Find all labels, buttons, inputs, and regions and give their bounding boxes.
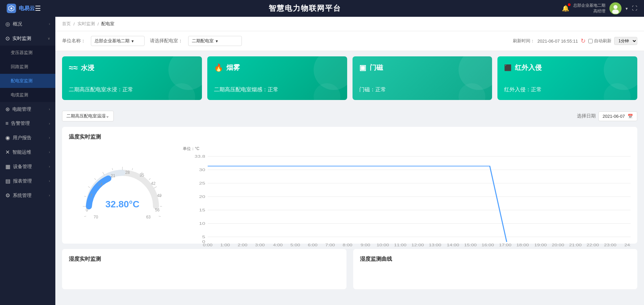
room-select[interactable]: 二期配电室 ▾ (188, 36, 242, 46)
user-name: 高经理 (593, 8, 605, 14)
report-icon: ◉ (5, 135, 10, 141)
logo-text: 电易云 (19, 5, 35, 12)
svg-line-14 (112, 168, 113, 170)
chevron-down-icon: ∨ (48, 37, 50, 40)
svg-text:15: 15 (199, 208, 205, 212)
humidity-realtime-section: 湿度实时监测 (62, 249, 346, 289)
interval-select[interactable]: 1分钟 5分钟 (614, 37, 637, 45)
svg-text:0:00: 0:00 (203, 243, 213, 247)
status-card-water: ≈≈ 水浸 二期高压配电室水浸：正常 (62, 56, 202, 100)
svg-line-10 (84, 196, 86, 197)
sidebar-item-realtime[interactable]: ⊙ 实时监测 ∨ (0, 31, 55, 46)
bell-icon[interactable]: 🔔 (562, 5, 569, 12)
svg-text:19:00: 19:00 (534, 243, 547, 247)
page-title: 智慧电力物联网平台 (48, 3, 562, 13)
svg-point-3 (613, 5, 618, 9)
unit-select[interactable]: 总部企业基地二期 ▾ (91, 36, 145, 46)
svg-text:49: 49 (157, 193, 162, 198)
auto-refresh-label[interactable]: 自动刷新 (588, 38, 611, 44)
card-label-water: 水浸 (81, 63, 94, 72)
room-monitor-select[interactable]: 二期高压配电室温湿⌄ (62, 111, 114, 121)
svg-text:10: 10 (199, 221, 205, 226)
toolbar: 单位名称： 总部企业基地二期 ▾ 请选择配电室： 二期配电室 ▾ 刷新时间： 2… (55, 31, 644, 51)
breadcrumb-home[interactable]: 首页 (62, 21, 71, 27)
date-picker[interactable]: 2021-06-07 📅 (598, 111, 638, 121)
svg-text:12:00: 12:00 (412, 243, 424, 247)
sidebar-item-table-mgmt[interactable]: ▤ 报表管理 › (0, 174, 55, 188)
sidebar-item-alarm[interactable]: ≡ 告警管理 › (0, 116, 55, 131)
svg-text:63: 63 (146, 215, 151, 219)
date-label: 选择日期 (577, 113, 596, 119)
top-bar: 电易云 ☰ 智慧电力物联网平台 🔔 总部企业基地二期 高经理 ▾ ⛶ (0, 0, 644, 17)
sidebar-item-label: 智能运维 (12, 149, 46, 155)
sidebar-item-distribution[interactable]: 配电室监测 (0, 74, 55, 88)
sidebar-item-smart-ops[interactable]: ✕ 智能运维 › (0, 145, 55, 159)
card-status-water: 二期高压配电室水浸：正常 (69, 86, 195, 93)
chart-unit: 单位：°C (183, 146, 631, 152)
svg-text:0: 0 (86, 208, 88, 212)
svg-line-19 (154, 187, 157, 188)
svg-line-12 (95, 179, 96, 180)
svg-text:21:00: 21:00 (569, 243, 582, 247)
room-monitor-label: 二期高压配电室温湿⌄ (66, 113, 109, 119)
svg-text:28: 28 (125, 170, 130, 175)
status-card-door: ▣ 门磁 门磁：正常 (353, 56, 492, 100)
svg-text:14:00: 14:00 (447, 243, 459, 247)
sidebar-item-label: 实时监测 (12, 36, 45, 42)
gauge-container: 0 7 14 21 28 35 42 49 56 63 (69, 146, 176, 237)
status-cards: ≈≈ 水浸 二期高压配电室水浸：正常 🔥 烟雾 二期高压配电室烟感：正常 (55, 51, 644, 105)
user-company: 总部企业基地二期 (573, 3, 605, 8)
svg-text:24:00: 24:00 (624, 243, 631, 247)
sidebar-item-cable[interactable]: 电缆监测 (0, 88, 55, 102)
monitor-toolbar: 二期高压配电室温湿⌄ 选择日期 2021-06-07 📅 (62, 111, 637, 121)
auto-refresh-checkbox[interactable] (588, 39, 593, 43)
svg-text:16:00: 16:00 (482, 243, 494, 247)
sidebar-item-report[interactable]: ◉ 用户报告 › (0, 131, 55, 145)
card-title-infrared: ⬛ 红外入侵 (504, 63, 631, 72)
avatar (609, 2, 622, 14)
svg-line-13 (103, 172, 104, 175)
breadcrumb-sep: / (73, 21, 75, 27)
svg-point-1 (10, 7, 12, 9)
svg-text:17:00: 17:00 (499, 243, 512, 247)
svg-text:11:00: 11:00 (394, 243, 407, 247)
sidebar-item-transformer[interactable]: 变压器监测 (0, 46, 55, 60)
chart-area: 33.8 30 25 20 15 10 5 0 (183, 153, 631, 237)
svg-text:23:00: 23:00 (604, 243, 616, 247)
temp-section-title: 温度实时监测 (69, 134, 631, 141)
sidebar-item-energy[interactable]: ⊛ 电能管理 › (0, 102, 55, 116)
svg-text:4:00: 4:00 (273, 243, 283, 247)
main-layout: ◎ 概况 › ⊙ 实时监测 ∨ 变压器监测 回路监测 配电室监测 (0, 17, 644, 305)
breadcrumb-sep: / (98, 21, 99, 27)
expand-icon[interactable]: ⛶ (632, 5, 637, 11)
unit-value: 总部企业基地二期 (95, 38, 129, 44)
sidebar-item-label: 设备管理 (13, 164, 46, 170)
card-status-smoke: 二期高压配电室烟感：正常 (214, 86, 340, 93)
temp-content: 0 7 14 21 28 35 42 49 56 63 (69, 146, 631, 237)
sidebar-item-device[interactable]: ▦ 设备管理 › (0, 159, 55, 174)
sidebar: ◎ 概况 › ⊙ 实时监测 ∨ 变压器监测 回路监测 配电室监测 (0, 17, 55, 305)
user-info: 总部企业基地二期 高经理 (573, 3, 605, 14)
breadcrumb-realtime[interactable]: 实时监测 (77, 21, 95, 27)
chevron-right-icon: › (49, 165, 50, 168)
system-icon: ⚙ (5, 192, 10, 199)
svg-text:7: 7 (90, 193, 93, 198)
svg-text:7:00: 7:00 (325, 243, 335, 247)
bell-badge (568, 3, 571, 6)
app-layout: 电易云 ☰ 智慧电力物联网平台 🔔 总部企业基地二期 高经理 ▾ ⛶ (0, 0, 644, 305)
chevron-down-icon[interactable]: ▾ (626, 6, 628, 11)
overview-icon: ◎ (5, 21, 10, 27)
svg-line-8 (84, 216, 86, 217)
svg-text:15:00: 15:00 (464, 243, 477, 247)
svg-text:21: 21 (111, 173, 115, 178)
temp-section: 温度实时监测 (62, 127, 637, 244)
refresh-button[interactable]: ↻ (581, 37, 586, 45)
sidebar-item-overview[interactable]: ◎ 概况 › (0, 17, 55, 31)
energy-icon: ⊛ (5, 106, 10, 112)
sidebar-item-circuit[interactable]: 回路监测 (0, 60, 55, 74)
status-card-smoke: 🔥 烟雾 二期高压配电室烟感：正常 (207, 56, 347, 100)
sidebar-item-system[interactable]: ⚙ 系统管理 › (0, 188, 55, 203)
menu-icon[interactable]: ☰ (35, 4, 41, 12)
auto-refresh-text: 自动刷新 (594, 38, 611, 44)
sidebar-sub-realtime: 变压器监测 回路监测 配电室监测 电缆监测 (0, 46, 55, 102)
